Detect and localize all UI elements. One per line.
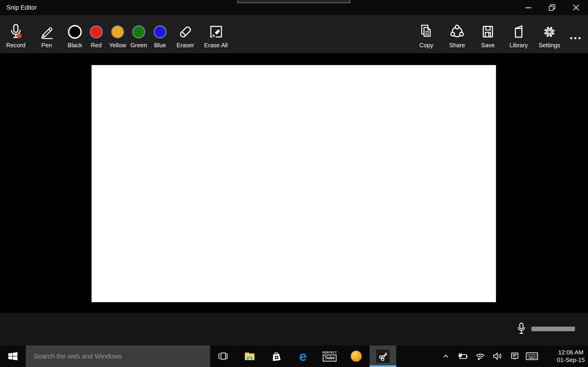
black-swatch-icon xyxy=(68,25,82,39)
chevron-up-icon xyxy=(442,353,449,359)
store-icon xyxy=(271,350,282,362)
microphone-record-icon xyxy=(9,24,23,40)
copy-label: Copy xyxy=(419,42,433,49)
copy-button[interactable]: Copy xyxy=(411,24,441,49)
microphone-icon xyxy=(516,323,527,336)
system-tray xyxy=(437,345,540,367)
minimize-icon xyxy=(525,4,532,11)
library-button[interactable]: Library xyxy=(504,24,534,49)
save-button[interactable]: Save xyxy=(473,24,503,49)
search-input[interactable] xyxy=(26,345,210,367)
record-label: Record xyxy=(6,42,26,49)
erase-all-icon xyxy=(208,24,224,40)
battery-charging-icon xyxy=(458,352,468,360)
close-icon xyxy=(573,4,579,11)
active-app-indicator xyxy=(370,365,396,367)
touch-keyboard-button[interactable] xyxy=(523,345,540,367)
wifi-icon xyxy=(475,352,485,361)
pen-button[interactable]: Pen xyxy=(32,24,61,49)
eraser-button[interactable]: Eraser xyxy=(170,24,200,49)
perfect-tube-button[interactable]: PERFECT Tube xyxy=(316,345,343,367)
task-view-button[interactable] xyxy=(210,345,236,367)
red-swatch-icon xyxy=(90,25,103,38)
task-view-icon xyxy=(217,351,229,362)
share-button[interactable]: Share xyxy=(442,24,472,49)
snip-app-button[interactable] xyxy=(370,345,396,367)
erase-all-label: Erase All xyxy=(204,42,228,49)
pen-icon xyxy=(39,24,54,40)
taskbar-apps: e PERFECT Tube xyxy=(210,345,396,367)
footer-bar xyxy=(0,313,588,345)
window-title: Snip Editor xyxy=(6,0,37,15)
file-explorer-button[interactable] xyxy=(236,345,263,367)
battery-button[interactable] xyxy=(454,345,472,367)
orange-app-icon xyxy=(351,351,362,362)
copy-icon xyxy=(419,24,434,40)
title-bar: Snip Editor xyxy=(0,0,588,15)
taskbar-clock[interactable]: 12:06 AM 01-Sep-15 xyxy=(557,345,585,367)
library-label: Library xyxy=(510,42,527,49)
red-label: Red xyxy=(91,42,102,49)
windows-logo-icon xyxy=(8,351,18,361)
caption-buttons xyxy=(516,0,588,15)
settings-button[interactable]: Settings xyxy=(535,24,564,49)
green-swatch-icon xyxy=(132,25,145,38)
wifi-button[interactable] xyxy=(472,345,489,367)
library-icon xyxy=(511,24,526,40)
restore-icon xyxy=(548,4,556,11)
save-icon xyxy=(481,24,495,40)
drawing-canvas[interactable] xyxy=(91,65,496,302)
taskbar: e PERFECT Tube xyxy=(0,345,588,367)
edge-icon: e xyxy=(299,349,307,363)
gear-icon xyxy=(542,24,557,40)
green-label: Green xyxy=(130,42,147,49)
clock-date: 01-Sep-15 xyxy=(557,356,585,364)
scissors-icon xyxy=(376,350,389,363)
yellow-label: Yellow xyxy=(109,42,126,49)
store-button[interactable] xyxy=(263,345,290,367)
settings-label: Settings xyxy=(539,42,560,49)
restore-button[interactable] xyxy=(540,0,564,15)
blue-label: Blue xyxy=(154,42,166,49)
share-label: Share xyxy=(449,42,465,49)
blue-swatch-icon xyxy=(154,25,166,38)
action-center-icon xyxy=(510,351,519,361)
save-label: Save xyxy=(481,42,494,49)
background-window-edge xyxy=(237,0,350,3)
volume-button[interactable] xyxy=(489,345,506,367)
minimize-button[interactable] xyxy=(516,0,540,15)
close-button[interactable] xyxy=(564,0,588,15)
start-button[interactable] xyxy=(0,345,26,367)
erase-all-button[interactable]: Erase All xyxy=(201,24,231,49)
keyboard-icon xyxy=(526,352,538,361)
orange-app-button[interactable] xyxy=(343,345,370,367)
show-hidden-icons-button[interactable] xyxy=(437,345,454,367)
eraser-label: Eraser xyxy=(177,42,194,49)
perfect-tube-icon: PERFECT Tube xyxy=(322,351,337,361)
audio-level-meter[interactable] xyxy=(531,327,575,331)
eraser-icon xyxy=(178,24,193,40)
more-button[interactable]: ••• xyxy=(565,32,587,46)
yellow-swatch-icon xyxy=(111,25,124,38)
pen-label: Pen xyxy=(41,42,52,49)
toolbar: Record Pen Black Red xyxy=(0,15,588,53)
file-explorer-icon xyxy=(244,351,255,362)
clock-time: 12:06 AM xyxy=(557,349,585,356)
record-button[interactable]: Record xyxy=(1,24,31,49)
black-label: Black xyxy=(68,42,82,49)
edge-button[interactable]: e xyxy=(290,345,316,367)
snip-editor-screen: Snip Editor xyxy=(0,0,588,367)
speaker-icon xyxy=(492,352,503,361)
action-center-button[interactable] xyxy=(506,345,523,367)
share-icon xyxy=(450,24,465,40)
canvas-area xyxy=(0,53,588,313)
